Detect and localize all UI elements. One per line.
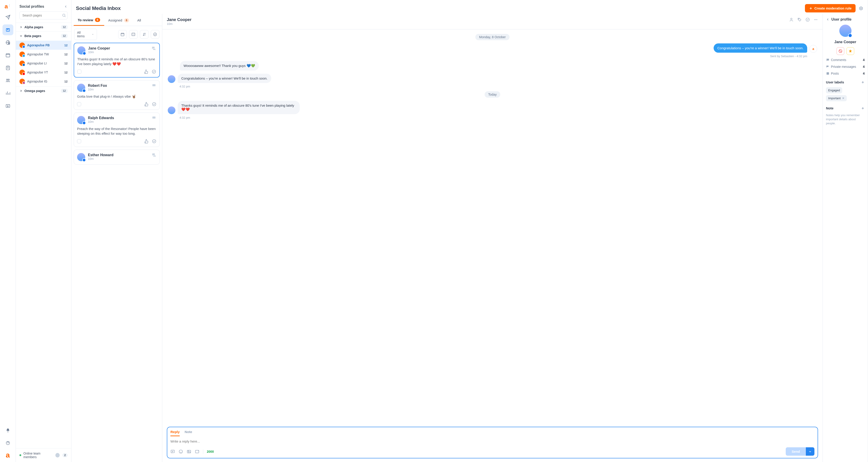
search-input-wrap[interactable]: [20, 11, 68, 20]
chevron-right-icon: [20, 26, 23, 29]
group-omega[interactable]: Omega pages 12: [16, 86, 71, 95]
rail-reports-icon[interactable]: [2, 88, 13, 98]
rail-help-icon[interactable]: [2, 438, 13, 449]
gif-icon[interactable]: [195, 449, 199, 454]
stat-label: Comments: [831, 58, 846, 62]
svg-point-19: [798, 19, 799, 19]
composer: Reply Note 2000: [167, 427, 818, 458]
button-label: Create moderation rule: [814, 6, 851, 10]
inbox-card[interactable]: Robert Fox10m Gotta love that plug-in ! …: [74, 80, 160, 110]
label-chip[interactable]: Engaged: [826, 87, 842, 93]
filter-dropdown[interactable]: All items: [74, 29, 97, 40]
card-name: Robert Fox: [88, 84, 107, 88]
send-dropdown-button[interactable]: [806, 447, 814, 456]
tab-to-review[interactable]: To review 6: [74, 14, 104, 26]
svg-rect-11: [132, 33, 135, 36]
add-label-icon[interactable]: [861, 81, 865, 84]
card-name: Esther Howard: [88, 153, 114, 157]
channel-name: Agorapulse IG: [27, 80, 48, 83]
rail-notes-icon[interactable]: [2, 62, 13, 73]
sidebar-collapse-icon[interactable]: [64, 5, 68, 8]
group-beta[interactable]: Beta pages 12: [16, 31, 71, 40]
review-icon[interactable]: [152, 139, 156, 144]
channel-count: 12: [64, 80, 68, 83]
composer-tab-reply[interactable]: Reply: [170, 430, 180, 436]
composer-tab-note[interactable]: Note: [185, 430, 192, 436]
more-icon[interactable]: [813, 18, 818, 22]
create-moderation-rule-button[interactable]: Create moderation rule: [805, 4, 856, 12]
rail-home-icon[interactable]: [2, 12, 13, 23]
image-icon[interactable]: [187, 449, 191, 454]
svg-rect-3: [6, 66, 9, 70]
review-icon[interactable]: [152, 102, 156, 106]
sidebar-footer[interactable]: Online team members 2: [16, 448, 71, 462]
stat-pm[interactable]: Private messages 4: [826, 65, 865, 68]
channel-ig[interactable]: Agorapulse IG 12: [16, 77, 71, 86]
svg-rect-2: [6, 54, 10, 57]
rail-inbox-icon[interactable]: [2, 24, 13, 35]
inbox-card[interactable]: Jane Cooper10m Thanks guys! It reminds m…: [74, 43, 160, 78]
card-body: Preach the way of the Resonator! People …: [77, 126, 156, 136]
inbox-card[interactable]: Ralph Edwards10m Preach the way of the R…: [74, 113, 160, 147]
message-received: Congratulations – you're a winner! We'll…: [168, 74, 817, 83]
remove-chip-icon[interactable]: ✕: [842, 96, 844, 100]
saved-reply-icon[interactable]: [170, 449, 175, 454]
online-label: Online team members: [24, 452, 53, 459]
message-received: Wooooawww awesome!! Thank you guys 💙💚: [168, 61, 817, 70]
ban-button[interactable]: [837, 47, 844, 55]
checkbox[interactable]: [77, 102, 81, 106]
emoji-icon[interactable]: [179, 449, 183, 454]
tab-count: 6: [124, 18, 129, 22]
calendar-filter-icon[interactable]: [118, 30, 127, 39]
plus-icon: [809, 6, 813, 10]
like-icon[interactable]: [144, 102, 149, 106]
channel-name: Agorapulse TW: [27, 53, 49, 56]
tab-all[interactable]: All: [133, 14, 145, 26]
send-button[interactable]: Send: [786, 447, 806, 456]
rail-listening-icon[interactable]: [2, 37, 13, 48]
like-icon[interactable]: [144, 69, 149, 74]
group-alpha[interactable]: Alpha pages 12: [16, 23, 71, 31]
rail-calendar-icon[interactable]: [2, 50, 13, 61]
channel-tw[interactable]: Agorapulse TW 12: [16, 50, 71, 59]
tab-label: To review: [78, 18, 93, 22]
agent-avatar-icon: a: [809, 45, 817, 53]
rail-notifications-icon[interactable]: [2, 425, 13, 436]
svg-point-8: [63, 14, 65, 17]
label-chip[interactable]: Important✕: [826, 95, 847, 101]
svg-rect-26: [187, 450, 191, 453]
tag-icon[interactable]: [797, 18, 802, 22]
sort-icon[interactable]: [140, 30, 149, 39]
svg-rect-14: [152, 84, 156, 86]
bubble-text: Thanks guys! It reminds me of an obscure…: [178, 101, 300, 114]
channel-fb[interactable]: Agorapulse FB 12: [16, 41, 71, 50]
channel-li[interactable]: Agorapulse LI 12: [16, 59, 71, 68]
card-settings-icon[interactable]: [129, 30, 138, 39]
tab-assigned[interactable]: Assigned 6: [104, 14, 133, 26]
stat-posts[interactable]: Posts 4: [826, 72, 865, 75]
rail-team-icon[interactable]: [2, 75, 13, 86]
stat-value: 4: [863, 72, 865, 75]
stat-comments[interactable]: Comments 4: [826, 58, 865, 62]
checkbox[interactable]: [77, 139, 81, 143]
channel-yt[interactable]: Agorapulse YT 12: [16, 68, 71, 77]
back-icon[interactable]: [826, 18, 830, 21]
add-note-icon[interactable]: [861, 106, 865, 110]
note-help-text: Notes help you remember important detail…: [826, 113, 865, 126]
message-icon: [826, 65, 830, 68]
settings-icon[interactable]: [859, 6, 863, 11]
reply-input[interactable]: [170, 439, 814, 443]
star-button[interactable]: [846, 47, 854, 55]
channel-name: Agorapulse YT: [27, 70, 48, 74]
review-icon[interactable]: [152, 69, 156, 74]
search-input[interactable]: [22, 13, 62, 17]
inbox-card[interactable]: Esther Howard10m: [74, 150, 160, 164]
rail-library-icon[interactable]: [2, 100, 13, 111]
review-icon[interactable]: [805, 18, 810, 22]
assign-icon[interactable]: [789, 18, 794, 22]
mark-reviewed-icon[interactable]: [151, 30, 159, 39]
like-icon[interactable]: [144, 139, 149, 144]
checkbox[interactable]: [77, 70, 81, 74]
message-received: Thanks guys! It reminds me of an obscure…: [168, 101, 817, 114]
channels-beta: Agorapulse FB 12 Agorapulse TW 12 Agorap…: [16, 40, 71, 86]
